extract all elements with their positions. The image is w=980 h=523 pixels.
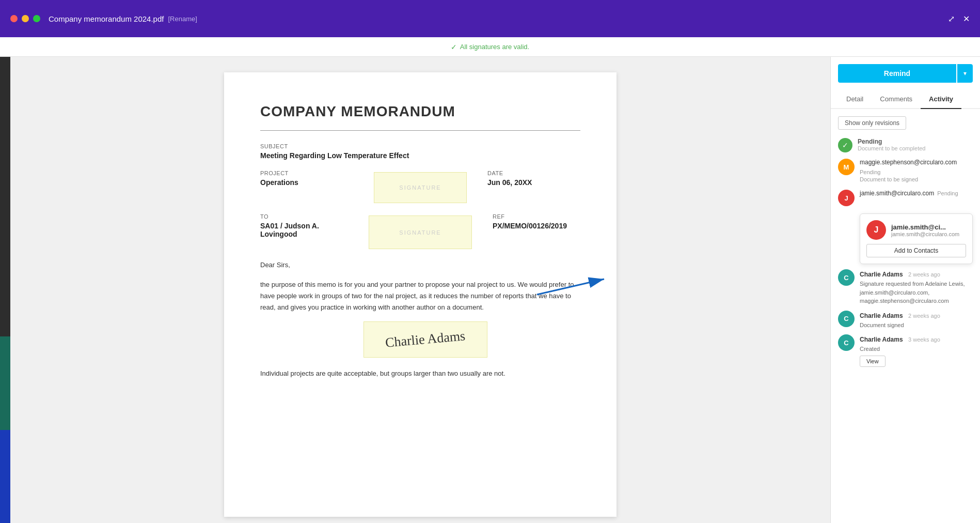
tab-detail[interactable]: Detail bbox=[838, 90, 872, 108]
add-to-contacts-button[interactable]: Add to Contacts bbox=[866, 244, 966, 257]
to-label: TO bbox=[260, 213, 348, 220]
document-title: Company memorandum 2024.pdf bbox=[49, 14, 164, 23]
jamie-status: Pending bbox=[937, 190, 958, 196]
validity-status: ✓ All signatures are valid. bbox=[451, 43, 529, 51]
rename-button[interactable]: [Rename] bbox=[168, 15, 197, 23]
close-traffic-light[interactable] bbox=[10, 15, 18, 22]
charlie-avatar-3: C bbox=[838, 334, 855, 351]
signature-signed-text: Charlie Adams bbox=[385, 329, 466, 351]
signature-overlay-area: Charlie Adams bbox=[260, 321, 580, 363]
charlie-name-3: Charlie Adams bbox=[860, 336, 903, 343]
pdf-left-bar bbox=[0, 57, 10, 523]
view-button[interactable]: View bbox=[860, 356, 886, 367]
signature-col-2: SIGNATURE bbox=[369, 213, 472, 249]
project-row: PROJECT Operations SIGNATURE DATE Jun 06… bbox=[260, 170, 580, 203]
signature-placeholder-2: SIGNATURE bbox=[399, 229, 441, 236]
charlie-content-2: Charlie Adams 2 weeks ago Document signe… bbox=[860, 311, 973, 330]
charlie-desc-3: Created bbox=[860, 345, 973, 353]
remind-bar: Remind ▾ bbox=[831, 57, 980, 90]
tab-activity[interactable]: Activity bbox=[921, 90, 961, 108]
project-col: PROJECT Operations bbox=[260, 170, 353, 203]
pdf-viewer[interactable]: COMPANY MEMORANDUM SUBJECT Meeting Regar… bbox=[0, 57, 830, 523]
tooltip-email: jamie.smith@circularo.com bbox=[891, 231, 959, 237]
right-panel: Remind ▾ Detail Comments Activity Show o… bbox=[830, 57, 980, 523]
remind-dropdown-button[interactable]: ▾ bbox=[957, 64, 973, 83]
charlie-header-2: Charlie Adams 2 weeks ago bbox=[860, 311, 973, 320]
charlie-content-3: Charlie Adams 3 weeks ago Created View bbox=[860, 334, 973, 367]
main-content: COMPANY MEMORANDUM SUBJECT Meeting Regar… bbox=[0, 57, 980, 523]
maggie-email: maggie.stephenson@circularo.com bbox=[860, 159, 957, 166]
maggie-header: maggie.stephenson@circularo.com Pending bbox=[860, 159, 973, 175]
jamie-email: jamie.smith@circularo.com bbox=[860, 190, 934, 197]
show-revisions-button[interactable]: Show only revisions bbox=[838, 116, 906, 130]
pdf-divider bbox=[260, 130, 580, 131]
validity-text: All signatures are valid. bbox=[460, 43, 529, 51]
maximize-traffic-light[interactable] bbox=[33, 15, 40, 22]
tooltip-name: jamie.smith@ci... bbox=[891, 223, 959, 231]
pdf-document-title: COMPANY MEMORANDUM bbox=[260, 103, 580, 120]
jamie-content: jamie.smith@circularo.com Pending bbox=[860, 190, 973, 206]
remind-button[interactable]: Remind bbox=[838, 64, 956, 83]
jamie-avatar[interactable]: J bbox=[838, 190, 855, 206]
validity-bar: ✓ All signatures are valid. bbox=[0, 37, 980, 57]
charlie-desc-1: Signature requested from Adelaine Lewis,… bbox=[860, 280, 973, 305]
date-col: DATE Jun 06, 20XX bbox=[487, 170, 580, 203]
signature-box-signed: Charlie Adams bbox=[363, 321, 487, 358]
activity-panel[interactable]: Show only revisions ✓ Pending Document t… bbox=[831, 109, 980, 523]
subject-value: Meeting Regarding Low Temperature Effect bbox=[260, 151, 580, 160]
charlie-time-2: 2 weeks ago bbox=[908, 313, 940, 319]
pending-desc: Document to be completed bbox=[858, 145, 925, 151]
subject-label: SUBJECT bbox=[260, 143, 580, 149]
minimize-traffic-light[interactable] bbox=[22, 15, 29, 22]
body-paragraph-2: Individual projects are quite acceptable… bbox=[260, 368, 580, 379]
signature-col-1: SIGNATURE bbox=[374, 170, 467, 203]
charlie-name-2: Charlie Adams bbox=[860, 312, 903, 319]
maggie-content: maggie.stephenson@circularo.com Pending … bbox=[860, 159, 973, 182]
bar-blue bbox=[0, 430, 10, 523]
ref-col: REF PX/MEMO/00126/2019 bbox=[493, 213, 580, 249]
charlie-activity-1: C Charlie Adams 2 weeks ago Signature re… bbox=[838, 269, 973, 305]
jamie-activity-item: J jamie.smith@circularo.com Pending bbox=[838, 190, 973, 206]
charlie-activity-2: C Charlie Adams 2 weeks ago Document sig… bbox=[838, 311, 973, 330]
pending-item: ✓ Pending Document to be completed bbox=[838, 138, 973, 152]
charlie-activity-3: C Charlie Adams 3 weeks ago Created View bbox=[838, 334, 973, 367]
charlie-avatar-1: C bbox=[838, 269, 855, 286]
date-label: DATE bbox=[487, 170, 580, 176]
tab-comments[interactable]: Comments bbox=[872, 90, 921, 108]
titlebar-actions: ⤢ ✕ bbox=[948, 14, 970, 24]
bar-dark bbox=[0, 57, 10, 336]
signature-box-2: SIGNATURE bbox=[369, 216, 472, 249]
salutation: Dear Sirs, bbox=[260, 259, 580, 271]
close-icon[interactable]: ✕ bbox=[963, 14, 970, 24]
charlie-name-1: Charlie Adams bbox=[860, 271, 903, 278]
tooltip-avatar: J bbox=[866, 220, 886, 240]
signature-placeholder-1: SIGNATURE bbox=[399, 184, 441, 191]
charlie-header-3: Charlie Adams 3 weeks ago bbox=[860, 334, 973, 344]
tooltip-header: J jamie.smith@ci... jamie.smith@circular… bbox=[866, 220, 966, 240]
to-row: TO SA01 / Judson A. Lovingood SIGNATURE … bbox=[260, 213, 580, 249]
charlie-content-1: Charlie Adams 2 weeks ago Signature requ… bbox=[860, 269, 973, 305]
charlie-header-1: Charlie Adams 2 weeks ago bbox=[860, 269, 973, 279]
project-value: Operations bbox=[260, 178, 353, 187]
expand-icon[interactable]: ⤢ bbox=[948, 14, 955, 24]
charlie-desc-2: Document signed bbox=[860, 321, 973, 330]
project-label: PROJECT bbox=[260, 170, 353, 176]
charlie-time-1: 2 weeks ago bbox=[908, 271, 940, 278]
bar-teal bbox=[0, 336, 10, 429]
jamie-tooltip-card: J jamie.smith@ci... jamie.smith@circular… bbox=[860, 213, 973, 264]
pending-content: Pending Document to be completed bbox=[858, 138, 925, 151]
body-text-1: the purpose of this memo is for you and … bbox=[260, 281, 574, 311]
maggie-activity-item: M maggie.stephenson@circularo.com Pendin… bbox=[838, 159, 973, 182]
maggie-desc: Document to be signed bbox=[860, 176, 973, 182]
jamie-header: jamie.smith@circularo.com Pending bbox=[860, 190, 973, 197]
ref-value: PX/MEMO/00126/2019 bbox=[493, 222, 580, 230]
maggie-status: Pending bbox=[860, 169, 880, 175]
traffic-lights bbox=[10, 15, 40, 22]
tooltip-info: jamie.smith@ci... jamie.smith@circularo.… bbox=[891, 223, 959, 237]
pending-label: Pending bbox=[858, 138, 925, 145]
to-value: SA01 / Judson A. Lovingood bbox=[260, 222, 348, 238]
tabs: Detail Comments Activity bbox=[831, 90, 980, 109]
maggie-avatar: M bbox=[838, 159, 855, 175]
signature-box-1: SIGNATURE bbox=[374, 172, 467, 203]
titlebar: Company memorandum 2024.pdf [Rename] ⤢ ✕ bbox=[0, 0, 980, 37]
